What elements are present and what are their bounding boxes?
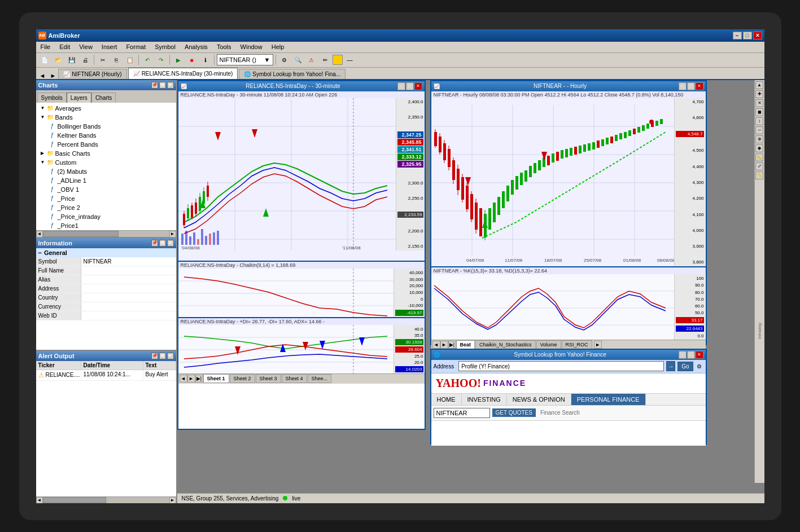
hscroll-left[interactable]: ◄ bbox=[36, 231, 43, 238]
hscroll-thumb[interactable] bbox=[43, 231, 119, 237]
color-button[interactable] bbox=[333, 55, 343, 65]
niftnear-tab-nav-right[interactable]: ► bbox=[440, 341, 448, 349]
tree-keltner[interactable]: ƒ Keltner Bands bbox=[37, 131, 175, 140]
rs-btn-7[interactable]: ⊕ bbox=[755, 135, 763, 143]
tree-bollinger[interactable]: ƒ Bollinger Bands bbox=[37, 122, 175, 131]
menu-format[interactable]: Format bbox=[124, 43, 148, 51]
rs-btn-11[interactable]: 📏 bbox=[755, 172, 763, 179]
line-button[interactable]: — bbox=[344, 54, 356, 65]
menu-tools[interactable]: Tools bbox=[215, 43, 234, 51]
new-button[interactable]: 📄 bbox=[38, 54, 51, 65]
menu-file[interactable]: File bbox=[38, 43, 53, 51]
yahoo-nav-home[interactable]: HOME bbox=[431, 394, 462, 405]
panel-tab-layers[interactable]: Layers bbox=[67, 93, 91, 103]
tree-mabuts[interactable]: ƒ (2) Mabuts bbox=[37, 167, 175, 176]
alert-pin-icon[interactable]: 📌 bbox=[151, 353, 158, 359]
hscroll-right[interactable]: ► bbox=[169, 231, 176, 238]
chart-tab-sheet1[interactable]: Sheet 1 bbox=[203, 374, 229, 383]
alert-hscroll-left[interactable]: ◄ bbox=[36, 497, 43, 503]
info-button[interactable]: ℹ bbox=[199, 54, 212, 65]
yahoo-get-quotes-button[interactable]: GET QUOTES bbox=[492, 408, 536, 417]
rs-btn-2[interactable]: ✚ bbox=[755, 90, 763, 98]
reliance-maximize-button[interactable]: □ bbox=[406, 82, 414, 90]
panel-tab-charts[interactable]: Charts bbox=[91, 93, 116, 103]
tree-basic-charts[interactable]: ▶ 📁 Basic Charts bbox=[37, 149, 175, 158]
tree-price[interactable]: ƒ _Price bbox=[37, 194, 175, 203]
rs-btn-6[interactable]: ↔ bbox=[755, 126, 763, 134]
yahoo-nav-investing[interactable]: INVESTING bbox=[462, 394, 507, 405]
menu-insert[interactable]: Insert bbox=[99, 43, 120, 51]
draw-button[interactable]: ✏ bbox=[319, 54, 331, 65]
rs-btn-1[interactable]: ▲ bbox=[755, 81, 763, 89]
zoom-in-button[interactable]: 🔍 bbox=[292, 54, 304, 65]
redo-button[interactable]: ↷ bbox=[155, 54, 167, 65]
chart-tab-sheet4[interactable]: Sheet 4 bbox=[282, 374, 307, 383]
tab-nav-end[interactable]: ▶| bbox=[195, 375, 203, 382]
rs-btn-8[interactable]: ◆ bbox=[755, 144, 763, 152]
menu-edit[interactable]: Edit bbox=[57, 43, 72, 51]
tab-niftnear[interactable]: 📈 NIFTNEAR (Hourly) bbox=[58, 69, 126, 79]
menu-symbol[interactable]: Symbol bbox=[152, 43, 178, 51]
tab-nav-left[interactable]: ◄ bbox=[180, 375, 187, 382]
play-button[interactable]: ▶ bbox=[172, 54, 185, 65]
copy-button[interactable]: ⎘ bbox=[110, 54, 123, 65]
niftnear-tab-nav-end[interactable]: ▶| bbox=[448, 341, 456, 349]
reliance-minimize-button[interactable]: − bbox=[397, 82, 405, 90]
cut-button[interactable]: ✂ bbox=[97, 54, 109, 65]
chart-settings-button[interactable]: ⚙ bbox=[278, 54, 291, 65]
tree-bands[interactable]: ▼ 📁 Bands bbox=[37, 113, 175, 122]
alert-hscroll[interactable]: ◄ ► bbox=[36, 496, 176, 503]
tree-custom[interactable]: ▼ 📁 Custom bbox=[37, 158, 175, 167]
nav-left[interactable]: ◄ bbox=[37, 72, 48, 79]
yahoo-settings-icon[interactable]: ⚙ bbox=[696, 362, 703, 370]
niftnear-maximize-button[interactable]: □ bbox=[687, 82, 695, 90]
alert-hscroll-thumb[interactable] bbox=[43, 497, 106, 503]
niftnear-minimize-button[interactable]: − bbox=[679, 82, 687, 90]
yahoo-maximize-button[interactable]: □ bbox=[687, 351, 695, 359]
reliance-close-button[interactable]: ✕ bbox=[414, 82, 422, 90]
menu-view[interactable]: View bbox=[77, 43, 95, 51]
panel-close-icon[interactable]: ✕ bbox=[167, 82, 174, 89]
niftnear-close-button[interactable]: ✕ bbox=[696, 82, 703, 90]
print-button[interactable]: 🖨 bbox=[79, 54, 91, 65]
yahoo-nav-news[interactable]: NEWS & OPINION bbox=[507, 394, 571, 405]
panel-settings-icon[interactable]: ⚙ bbox=[159, 82, 166, 89]
rs-btn-9[interactable]: 📐 bbox=[755, 153, 763, 161]
maximize-button[interactable]: □ bbox=[743, 32, 752, 39]
yahoo-address-input[interactable]: Profile (Y! Finance) bbox=[458, 361, 664, 371]
open-button[interactable]: 📂 bbox=[52, 54, 64, 65]
tree-price2[interactable]: ƒ _Price 2 bbox=[37, 203, 175, 212]
rs-btn-5[interactable]: ↕ bbox=[755, 117, 763, 125]
rs-btn-4[interactable]: ◼ bbox=[755, 108, 763, 116]
alert-hscroll-right[interactable]: ► bbox=[169, 497, 176, 503]
info-pin-icon[interactable]: 📌 bbox=[151, 240, 158, 247]
rs-btn-3[interactable]: ✕ bbox=[755, 99, 763, 107]
niftnear-tab-nav-left[interactable]: ◄ bbox=[432, 341, 440, 349]
menu-help[interactable]: Help bbox=[269, 43, 287, 51]
info-section-arrow[interactable]: − bbox=[38, 249, 42, 256]
alert-settings-icon[interactable]: ⚙ bbox=[159, 353, 166, 359]
menu-analysis[interactable]: Analysis bbox=[182, 43, 210, 51]
paste-button[interactable]: 📋 bbox=[124, 54, 136, 65]
yahoo-minimize-button[interactable]: − bbox=[679, 351, 687, 359]
menu-window[interactable]: Window bbox=[238, 43, 265, 51]
tree-hscroll[interactable]: ◄ ► bbox=[36, 230, 176, 237]
yahoo-search-input[interactable] bbox=[434, 408, 490, 418]
close-button[interactable]: ✕ bbox=[753, 32, 762, 39]
tab-reliance[interactable]: 📈 RELIANCE.NS-IntraDay (30-minute) bbox=[128, 68, 238, 79]
chart-tab-sheet2[interactable]: Sheet 2 bbox=[230, 374, 255, 383]
info-settings-icon[interactable]: ⚙ bbox=[159, 240, 166, 247]
tree-averages[interactable]: ▼ 📁 Averages bbox=[37, 104, 175, 113]
minimize-button[interactable]: − bbox=[733, 32, 742, 39]
tree-adline[interactable]: ƒ _ADLine 1 bbox=[37, 176, 175, 185]
rs-btn-10[interactable]: ⤢ bbox=[755, 162, 763, 170]
chart-tab-sheetn[interactable]: Shee... bbox=[308, 374, 332, 383]
niftnear-tab-scroll-right[interactable]: ► bbox=[594, 341, 602, 349]
tree-percent-bands[interactable]: ƒ Percent Bands bbox=[37, 140, 175, 149]
yahoo-nav-personal[interactable]: PERSONAL FINANCE bbox=[571, 394, 646, 405]
panel-tab-symbols[interactable]: Symbols bbox=[37, 93, 67, 103]
chart-tab-sheet3[interactable]: Sheet 3 bbox=[256, 374, 281, 383]
stop-button[interactable]: ■ bbox=[186, 54, 198, 65]
alert-close-icon[interactable]: ✕ bbox=[167, 353, 174, 359]
alert-button[interactable]: ⚠ bbox=[305, 54, 318, 65]
